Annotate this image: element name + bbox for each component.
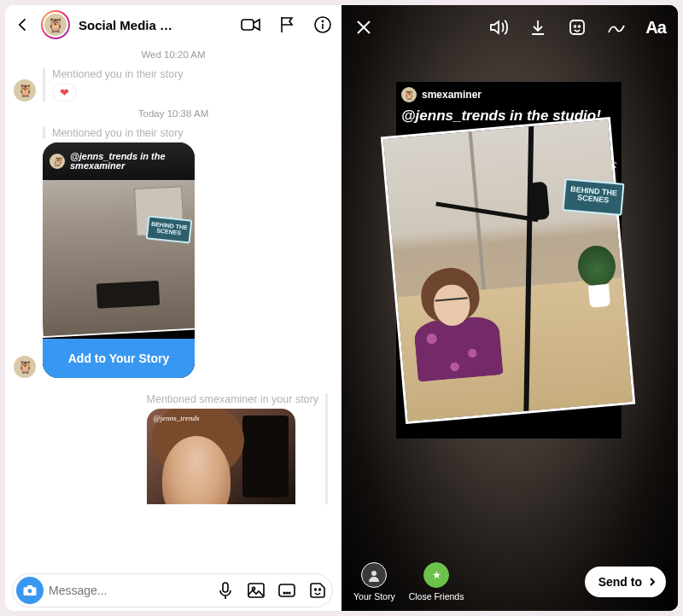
close-friends-label: Close Friends <box>409 591 464 601</box>
star-icon: ★ <box>423 562 449 588</box>
sender-avatar[interactable]: 🦉 <box>14 79 36 102</box>
gallery-icon[interactable] <box>247 581 266 600</box>
svg-rect-7 <box>248 584 264 597</box>
dm-body: Wed 10:20 AM 🦉 Mentioned you in their st… <box>5 44 342 570</box>
svg-point-14 <box>319 589 321 590</box>
svg-rect-9 <box>279 584 295 596</box>
dm-header: 🦉 Social Media … <box>5 5 342 44</box>
send-to-button[interactable]: Send to <box>585 567 666 597</box>
story-editor-toolbar: Aa <box>342 5 678 49</box>
svg-point-2 <box>322 20 323 21</box>
text-tool-icon[interactable]: Aa <box>645 17 666 38</box>
svg-rect-6 <box>223 583 228 592</box>
reshare-author-avatar: 🦉 <box>401 87 417 102</box>
timestamp: Today 10:38 AM <box>14 108 333 119</box>
thumbnail-caption: @jenns_trends <box>154 414 200 422</box>
message-row: 🦉 Mentioned you in their story ❤ <box>14 68 333 102</box>
timestamp: Wed 10:20 AM <box>14 49 333 60</box>
info-icon[interactable] <box>312 15 333 35</box>
svg-point-18 <box>371 571 377 576</box>
mention-label: Mentioned smexaminer in your story <box>147 393 318 405</box>
reshared-story-card[interactable]: 🦉 smexaminer @jenns_trends in the studio… <box>396 82 622 439</box>
story-editor-pane: Aa 🦉 smexaminer @jenns_trends in the stu… <box>342 5 678 611</box>
svg-point-11 <box>286 592 288 594</box>
behind-the-scenes-sticker: BEHIND THESCENES <box>146 215 193 243</box>
gif-icon[interactable] <box>277 581 296 600</box>
story-author: smexaminer <box>70 161 166 171</box>
voice-message-icon[interactable] <box>216 581 235 600</box>
message-input[interactable] <box>49 584 211 597</box>
behind-the-scenes-sticker: BEHIND THESCENES <box>562 178 624 216</box>
chat-title[interactable]: Social Media … <box>79 18 232 32</box>
back-icon[interactable] <box>14 15 32 34</box>
story-share-bar: Your Story ★ Close Friends Send to <box>342 553 678 611</box>
close-friends-button[interactable]: ★ Close Friends <box>409 562 464 601</box>
story-thumbnail[interactable]: 🦉 @jenns_trends in the smexaminer BEHIND… <box>43 142 195 378</box>
your-story-thumbnail[interactable]: @jenns_trends <box>147 409 295 504</box>
story-author-avatar: 🦉 <box>50 154 65 169</box>
svg-point-5 <box>28 589 32 593</box>
dm-pane: 🦉 Social Media … Wed 10:20 AM 🦉 <box>5 5 342 611</box>
mention-label: Mentioned you in their story <box>43 127 333 139</box>
story-photo <box>381 117 635 424</box>
your-story-label: Your Story <box>353 591 395 601</box>
chevron-right-icon <box>647 577 657 587</box>
send-to-label: Send to <box>598 575 642 589</box>
sticker-icon[interactable] <box>308 581 327 600</box>
sound-icon[interactable] <box>488 17 509 38</box>
story-image <box>43 180 195 338</box>
heart-reaction[interactable]: ❤ <box>52 84 77 102</box>
svg-point-12 <box>289 592 290 594</box>
draw-tool-icon[interactable] <box>606 17 627 38</box>
sticker-tool-icon[interactable] <box>567 17 587 38</box>
chat-avatar[interactable]: 🦉 <box>41 10 70 39</box>
flag-icon[interactable] <box>277 15 297 35</box>
mention-label: Mentioned you in their story <box>52 68 184 80</box>
camera-button[interactable] <box>16 577 44 604</box>
add-to-your-story-button[interactable]: Add to Your Story <box>43 339 195 378</box>
save-icon[interactable] <box>528 17 548 38</box>
video-call-icon[interactable] <box>241 15 261 35</box>
svg-point-13 <box>315 589 317 590</box>
svg-point-16 <box>575 26 576 27</box>
your-story-button[interactable]: Your Story <box>353 562 395 601</box>
close-icon[interactable] <box>353 17 374 38</box>
svg-point-17 <box>579 26 581 27</box>
svg-point-10 <box>283 592 285 594</box>
sender-avatar[interactable]: 🦉 <box>14 356 36 378</box>
reshare-author: smexaminer <box>422 89 482 101</box>
svg-rect-0 <box>242 20 254 30</box>
message-composer <box>5 570 342 611</box>
